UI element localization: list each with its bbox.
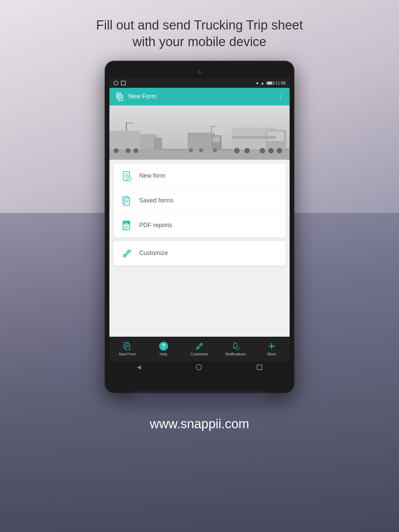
more-nav-icon (267, 342, 276, 351)
time-display: 11:08 (275, 81, 286, 85)
svg-rect-32 (109, 131, 140, 150)
status-square-icon (121, 81, 126, 85)
svg-rect-19 (212, 137, 220, 142)
svg-point-29 (260, 148, 265, 153)
svg-point-20 (189, 148, 193, 152)
new-form-label: New form (139, 172, 165, 179)
tablet-device: ● ▲ 11:08 (105, 61, 294, 407)
battery-fill (267, 82, 272, 84)
help-nav-icon: ? (159, 342, 168, 351)
new-form-menu-item[interactable]: New form (113, 164, 286, 189)
nav-notifications-label: Notifications (225, 352, 246, 356)
svg-rect-44 (124, 198, 130, 205)
svg-rect-16 (153, 138, 162, 150)
saved-forms-menu-item[interactable]: Saved forms (113, 189, 286, 213)
nav-customize[interactable]: Customize (186, 342, 213, 356)
page-title: Fill out and send Trucking Trip sheet wi… (96, 17, 303, 51)
svg-point-31 (277, 148, 282, 153)
status-bar: ● ▲ 11:08 (109, 78, 290, 88)
android-nav-bar: ◀ (109, 361, 290, 373)
customize-menu-item[interactable]: Customize (113, 241, 286, 265)
nav-customize-label: Customize (191, 352, 208, 356)
svg-point-22 (213, 148, 217, 152)
trucks-svg (109, 105, 290, 160)
wifi-icon: ▲ (260, 81, 265, 85)
status-bar-left (113, 81, 126, 85)
pdf-reports-label: PDF reports (139, 222, 172, 229)
svg-rect-26 (232, 136, 276, 139)
nav-new-form-label: New Form (119, 352, 136, 356)
tablet-frame: ● ▲ 11:08 (105, 61, 294, 393)
svg-point-27 (234, 148, 239, 153)
form-nav-icon (123, 342, 132, 351)
app-bar: New Form ⋮ (109, 88, 290, 105)
app-bar-icon (115, 92, 124, 101)
svg-line-58 (124, 255, 125, 257)
svg-point-35 (133, 148, 138, 153)
status-circle-icon (113, 81, 118, 85)
battery-icon (267, 81, 273, 85)
notifications-nav-icon (231, 342, 240, 351)
svg-point-21 (199, 148, 203, 152)
main-content: New form Saved forms (109, 160, 290, 337)
bottom-nav: New Form ? Help Customize (109, 337, 290, 361)
nav-new-form[interactable]: New Form (114, 342, 141, 356)
nav-more-label: More (267, 352, 276, 356)
svg-point-69 (235, 342, 236, 343)
svg-rect-60 (125, 344, 130, 350)
location-icon: ● (256, 81, 258, 85)
svg-point-34 (126, 148, 130, 153)
svg-rect-17 (188, 133, 215, 150)
pdf-reports-icon: PDF (122, 220, 132, 231)
app-bar-title: New Form (128, 93, 277, 100)
hero-image (109, 105, 290, 160)
nav-notifications[interactable]: Notifications (222, 342, 249, 356)
main-menu-card: New form Saved forms (113, 164, 286, 238)
customize-card: Customize (113, 241, 286, 265)
tablet-reflection (132, 393, 267, 407)
home-button[interactable] (196, 364, 202, 370)
svg-text:PDF: PDF (124, 222, 128, 224)
svg-point-28 (244, 148, 250, 153)
saved-forms-icon (122, 195, 132, 206)
customize-nav-icon (195, 342, 204, 351)
tablet-top-bar (109, 67, 290, 77)
status-bar-right: ● ▲ 11:08 (256, 81, 286, 85)
nav-help-label: Help (160, 352, 167, 356)
back-button[interactable]: ◀ (137, 364, 141, 370)
new-form-icon (122, 171, 132, 181)
customize-label: Customize (139, 250, 168, 257)
tablet-camera (198, 71, 201, 74)
website-url: www.snappii.com (150, 417, 249, 431)
customize-icon (122, 248, 132, 259)
pdf-reports-menu-item[interactable]: PDF PDF reports (113, 213, 286, 238)
nav-more[interactable]: More (258, 342, 285, 356)
tablet-screen: ● ▲ 11:08 (109, 78, 290, 373)
more-menu-button[interactable]: ⋮ (277, 93, 284, 101)
nav-help[interactable]: ? Help (150, 342, 177, 356)
svg-point-33 (114, 148, 119, 153)
saved-forms-label: Saved forms (139, 197, 173, 204)
recents-button[interactable] (257, 364, 262, 370)
svg-point-30 (268, 148, 274, 153)
